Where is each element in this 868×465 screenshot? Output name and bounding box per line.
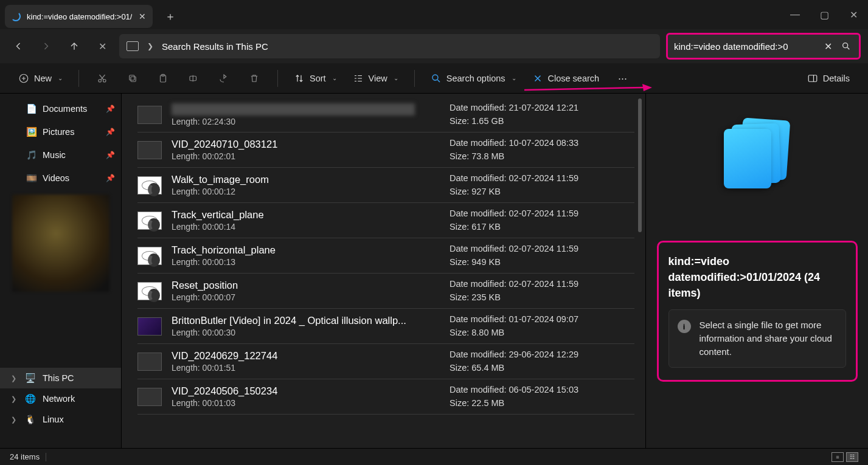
file-meta: Date modified: 02-07-2024 11:59Size: 617… (450, 207, 632, 233)
chevron-right-icon: ❯ (147, 42, 153, 50)
browser-tab[interactable]: kind:=video datemodified:>01/ ✕ (5, 5, 153, 28)
sidebar-item-label: Videos (43, 173, 69, 183)
file-row[interactable]: VID_20240710_083121Length: 00:02:01Date … (137, 133, 634, 168)
details-pane-toggle[interactable]: Details (802, 67, 855, 89)
file-meta: Date modified: 01-07-2024 09:07Size: 8.8… (450, 313, 632, 339)
file-length: Length: 00:00:13 (172, 257, 450, 267)
details-info-card: kind:=video datemodified:>01/01/2024 (24… (657, 241, 858, 382)
new-button[interactable]: New ⌄ (13, 67, 68, 89)
file-row[interactable]: Track_vertical_planeLength: 00:00:14Date… (137, 203, 634, 238)
file-meta: Date modified: 10-07-2024 08:33Size: 73.… (450, 137, 632, 162)
annotation-arrow-icon (524, 84, 652, 94)
file-date: Date modified: 21-07-2024 12:21 (450, 102, 632, 114)
refresh-cancel-button[interactable]: ✕ (91, 35, 113, 57)
tab-close-button[interactable]: ✕ (138, 12, 147, 21)
cut-button[interactable] (90, 67, 114, 89)
file-row[interactable]: VID_20240629_122744Length: 00:01:51Date … (137, 344, 634, 379)
sidebar-tree-label: Linux (43, 415, 64, 424)
search-options-label: Search options (446, 74, 505, 83)
file-length: Length: 02:24:30 (172, 117, 450, 126)
view-mode-list-button[interactable]: ≡ (832, 452, 844, 462)
close-window-button[interactable]: ✕ (839, 0, 868, 29)
file-meta: Date modified: 02-07-2024 11:59Size: 927… (450, 172, 632, 198)
sidebar-tree-this-pc[interactable]: ❯ 🖥️ This PC (0, 368, 121, 388)
separator (414, 70, 415, 87)
search-box[interactable]: ✕ (666, 33, 861, 60)
file-date: Date modified: 02-07-2024 11:59 (450, 207, 632, 220)
paste-button[interactable] (151, 67, 175, 89)
new-tab-button[interactable]: ＋ (159, 5, 182, 28)
pin-icon: 📌 (106, 151, 115, 159)
view-button[interactable]: View ⌄ (348, 67, 403, 89)
address-bar[interactable]: ❯ Search Results in This PC (119, 34, 660, 58)
file-name: Walk_to_image_room (172, 174, 427, 185)
file-thumbnail (137, 141, 162, 159)
search-icon[interactable] (839, 40, 853, 53)
scrollbar-thumb[interactable] (638, 98, 642, 232)
search-options-button[interactable]: Search options ⌄ (426, 67, 521, 89)
sidebar-item-pictures[interactable]: 🖼️ Pictures 📌 (0, 120, 121, 143)
file-row[interactable]: Reset_positionLength: 00:00:07Date modif… (137, 274, 634, 309)
pin-icon: 📌 (106, 174, 115, 182)
chevron-down-icon: ⌄ (332, 75, 337, 81)
new-label: New (34, 74, 52, 83)
forward-button[interactable] (35, 35, 57, 57)
file-text: Walk_to_image_roomLength: 00:00:12 (167, 174, 450, 196)
view-label: View (369, 74, 387, 83)
file-row[interactable]: Track_horizontal_planeLength: 00:00:13Da… (137, 238, 634, 274)
copy-button[interactable] (120, 67, 145, 89)
clear-search-button[interactable]: ✕ (821, 40, 835, 53)
sidebar-item-documents[interactable]: 📄 Documents 📌 (0, 97, 121, 120)
file-row[interactable]: BrittonButler [Video] in 2024 _ Optical … (137, 309, 634, 344)
separator (277, 70, 278, 87)
file-meta: Date modified: 06-05-2024 15:03Size: 22.… (450, 384, 632, 409)
file-name: VID_20240629_122744 (172, 350, 427, 362)
sidebar-tree-network[interactable]: ❯ 🌐 Network (0, 388, 121, 409)
window-controls: ― ▢ ✕ (780, 0, 868, 29)
expand-icon[interactable]: ❯ (11, 395, 18, 403)
back-button[interactable] (7, 35, 29, 57)
sidebar-item-videos[interactable]: 🎞️ Videos 📌 (0, 167, 121, 190)
expand-icon[interactable]: ❯ (11, 416, 18, 424)
share-button[interactable] (212, 67, 236, 89)
pictures-icon: 🖼️ (26, 126, 38, 138)
sort-button[interactable]: Sort ⌄ (289, 67, 342, 89)
up-button[interactable] (63, 35, 85, 57)
sidebar-item-music[interactable]: 🎵 Music 📌 (0, 143, 121, 167)
file-name: VID_20240506_150234 (172, 385, 427, 397)
file-meta: Date modified: 02-07-2024 11:59Size: 235… (450, 278, 632, 303)
svg-line-1 (524, 88, 643, 90)
file-text: VID_20240506_150234Length: 00:01:03 (167, 385, 450, 408)
sidebar-tree-label: Network (43, 394, 75, 404)
file-text: VID_20240710_083121Length: 00:02:01 (167, 139, 450, 161)
delete-button[interactable] (242, 67, 266, 89)
file-list[interactable]: Length: 02:24:30Date modified: 21-07-202… (122, 94, 645, 448)
file-size: Size: 22.5 MB (450, 397, 632, 410)
svg-rect-12 (808, 75, 817, 81)
sidebar-tree-linux[interactable]: ❯ 🐧 Linux (0, 409, 121, 430)
loading-spinner-icon (11, 12, 21, 21)
file-row[interactable]: VID_20240506_150234Length: 00:01:03Date … (137, 379, 634, 415)
search-input[interactable] (674, 41, 816, 52)
rename-button[interactable] (181, 67, 206, 89)
file-row[interactable]: Walk_to_image_roomLength: 00:00:12Date m… (137, 168, 634, 203)
sidebar-folder-thumb[interactable] (12, 195, 109, 292)
file-size: Size: 73.8 MB (450, 150, 632, 163)
maximize-button[interactable]: ▢ (810, 0, 839, 29)
documents-icon: 📄 (26, 103, 38, 115)
expand-icon[interactable]: ❯ (11, 374, 18, 382)
view-mode-details-button[interactable]: ☷ (846, 452, 858, 462)
main-area: 📄 Documents 📌 🖼️ Pictures 📌 🎵 Music 📌 🎞️… (0, 94, 868, 448)
file-text: Track_horizontal_planeLength: 00:00:13 (167, 244, 450, 267)
file-date: Date modified: 02-07-2024 11:59 (450, 278, 632, 291)
file-name: BrittonButler [Video] in 2024 _ Optical … (172, 315, 427, 326)
file-date: Date modified: 02-07-2024 11:59 (450, 172, 632, 185)
file-row[interactable]: Length: 02:24:30Date modified: 21-07-202… (137, 97, 634, 133)
chevron-down-icon: ⌄ (512, 75, 516, 81)
minimize-button[interactable]: ― (780, 0, 810, 29)
chevron-down-icon: ⌄ (394, 75, 398, 81)
pin-icon: 📌 (106, 105, 115, 113)
file-size: Size: 617 KB (450, 221, 632, 233)
file-size: Size: 949 KB (450, 256, 632, 269)
file-name: Reset_position (172, 280, 427, 291)
